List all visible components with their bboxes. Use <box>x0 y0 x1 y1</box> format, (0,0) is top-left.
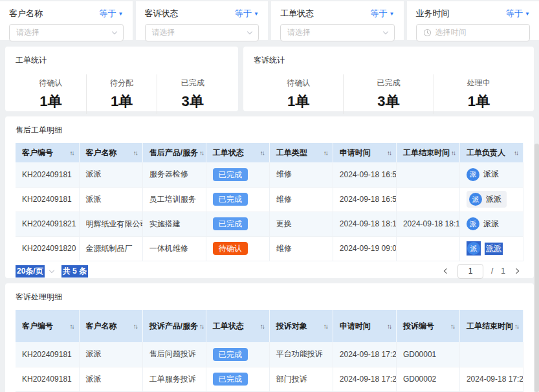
column-header[interactable]: 申请时间↑↓ <box>333 143 396 162</box>
table-row: KH2024091820金源纸制品厂一体机维修待确认维修2024-09-19 0… <box>16 236 523 261</box>
column-header[interactable]: 客户名称↑↓ <box>79 310 142 342</box>
sort-icon[interactable]: ↑↓ <box>70 323 74 330</box>
column-header[interactable]: 工单结束时间↑↓ <box>396 143 459 162</box>
current-page-input[interactable] <box>457 264 483 279</box>
owner-name: 派派 <box>483 219 499 230</box>
owner-chip[interactable]: 派派派 <box>467 168 499 181</box>
prev-page-button[interactable] <box>443 268 450 274</box>
sort-icon[interactable]: ↑↓ <box>199 149 203 157</box>
owner-avatar: 派 <box>467 168 479 181</box>
owner-chip[interactable]: 派派派 <box>467 241 503 256</box>
workorder-status-select[interactable]: 请选择 <box>280 24 395 41</box>
column-label: 客户名称 <box>86 321 117 332</box>
column-header[interactable]: 投诉编号↑↓ <box>396 310 459 342</box>
column-header[interactable]: 售后产品/服务↑↓ <box>142 143 206 162</box>
column-header[interactable]: 工单类型↑↓ <box>269 143 333 162</box>
customer-name-select[interactable]: 请选择 <box>9 24 124 41</box>
column-header[interactable]: 工单负责人↑↓ <box>459 143 523 162</box>
sort-icon[interactable]: ↑↓ <box>260 323 264 330</box>
sort-icon[interactable]: ↑↓ <box>324 323 327 330</box>
column-header[interactable]: 客户编号↑↓ <box>16 310 79 342</box>
cell-owner: 派派派 <box>459 187 523 212</box>
owner-chip[interactable]: 派派派 <box>467 217 499 230</box>
page-size-select[interactable]: 20条/页 <box>16 265 54 278</box>
filter-operator-dropdown[interactable]: 等于 ▼ <box>371 8 395 19</box>
column-header[interactable]: 工单结束时间↑↓ <box>459 310 523 342</box>
cell-owner: 派派派 <box>459 212 523 236</box>
chevron-down-icon <box>49 267 54 272</box>
clock-icon <box>423 28 432 37</box>
column-label: 工单结束时间 <box>403 147 450 158</box>
stat-value: 1单 <box>87 92 157 111</box>
select-placeholder: 请选择 <box>16 27 39 38</box>
filter-operator-dropdown[interactable]: 等于 ▼ <box>235 8 259 19</box>
page-size-label: 20条/页 <box>16 265 45 278</box>
operator-label: 等于 <box>235 8 252 19</box>
owner-chip[interactable]: 派派派 <box>467 191 507 208</box>
sort-icon[interactable]: ↑↓ <box>133 323 137 330</box>
sort-icon[interactable]: ↑↓ <box>70 149 74 157</box>
column-header[interactable]: 投诉产品/服务↑↓ <box>142 310 206 342</box>
cell: KH2024091820 <box>16 236 79 261</box>
owner-name: 派派 <box>485 243 503 255</box>
sort-icon[interactable]: ↑↓ <box>199 323 203 330</box>
column-label: 投诉编号 <box>403 321 434 332</box>
header-row: 客户编号↑↓客户名称↑↓售后产品/服务↑↓工单状态↑↓工单类型↑↓申请时间↑↓工… <box>16 143 523 162</box>
panel-title: 工单统计 <box>16 55 228 66</box>
column-header-content: 工单状态↑↓ <box>206 321 269 332</box>
column-label: 工单状态 <box>213 321 244 332</box>
chevron-left-icon <box>444 268 449 274</box>
column-label: 工单状态 <box>213 147 244 158</box>
dashboard-page: 客户名称 等于 ▼ 请选择 客诉状态 等于 ▼ 请选择 <box>0 0 539 392</box>
column-header-content: 客户名称↑↓ <box>80 321 142 332</box>
column-label: 工单结束时间 <box>467 321 513 332</box>
column-header-content: 投诉编号↑↓ <box>397 321 459 332</box>
complaint-status-select[interactable]: 请选择 <box>145 24 259 41</box>
cell: 员工培训服务 <box>142 187 206 212</box>
column-header-content: 投诉对象↑↓ <box>270 321 333 332</box>
cell-owner: 派派派 <box>459 162 523 187</box>
cell: 金源纸制品厂 <box>79 236 142 261</box>
page-scrollbar[interactable] <box>534 144 539 392</box>
stat-completed: 已完成 3单 <box>157 74 228 114</box>
cell <box>396 162 459 187</box>
column-header[interactable]: 申请时间↑↓ <box>333 310 396 342</box>
cell: 2024-09-18 16:59 <box>333 187 396 212</box>
cell: 派派 <box>79 187 142 212</box>
status-badge: 待确认 <box>213 242 248 255</box>
filter-operator-dropdown[interactable]: 等于 ▼ <box>506 8 530 19</box>
next-page-button[interactable] <box>513 268 520 274</box>
sort-icon[interactable]: ↑↓ <box>260 149 264 157</box>
sort-icon[interactable]: ↑↓ <box>133 149 137 157</box>
page-separator: / <box>491 267 493 276</box>
column-header[interactable]: 客户名称↑↓ <box>79 143 142 162</box>
column-header[interactable]: 投诉对象↑↓ <box>269 310 333 342</box>
column-header-content: 工单状态↑↓ <box>206 147 269 158</box>
filter-label: 工单状态 <box>280 8 314 19</box>
cell: GD00002 <box>396 367 459 391</box>
cell: KH2024091821 <box>16 212 79 236</box>
cell: 2024-09-18 17:28 <box>333 367 396 391</box>
filter-operator-dropdown[interactable]: 等于 ▼ <box>100 8 124 19</box>
sort-icon[interactable]: ↑↓ <box>324 149 327 157</box>
sort-icon[interactable]: ↑↓ <box>387 149 391 157</box>
column-header[interactable]: 客户编号↑↓ <box>16 143 79 162</box>
stat-pending-assign: 待分配 1单 <box>86 74 157 114</box>
sort-icon[interactable]: ↑↓ <box>451 149 455 157</box>
cell: 派派 <box>79 367 142 391</box>
sort-icon[interactable]: ↑↓ <box>514 149 518 157</box>
stat-value: 1单 <box>16 92 86 111</box>
filter-label: 客户名称 <box>9 8 43 19</box>
column-label: 客户名称 <box>86 147 117 158</box>
column-header[interactable]: 工单状态↑↓ <box>206 143 269 162</box>
column-header[interactable]: 工单状态↑↓ <box>206 310 269 342</box>
select-placeholder: 请选择 <box>152 27 175 38</box>
cell: 维修 <box>269 162 333 187</box>
business-time-picker[interactable]: 选择时间 <box>416 24 531 41</box>
sort-icon[interactable]: ↑↓ <box>514 323 518 330</box>
stat-label: 待确认 <box>16 78 86 89</box>
stats-row: 工单统计 待确认 1单 待分配 1单 已完成 3单 客诉统计 <box>5 47 534 111</box>
sort-icon[interactable]: ↑↓ <box>387 323 391 330</box>
operator-label: 等于 <box>100 8 116 19</box>
sort-icon[interactable]: ↑↓ <box>450 323 454 330</box>
